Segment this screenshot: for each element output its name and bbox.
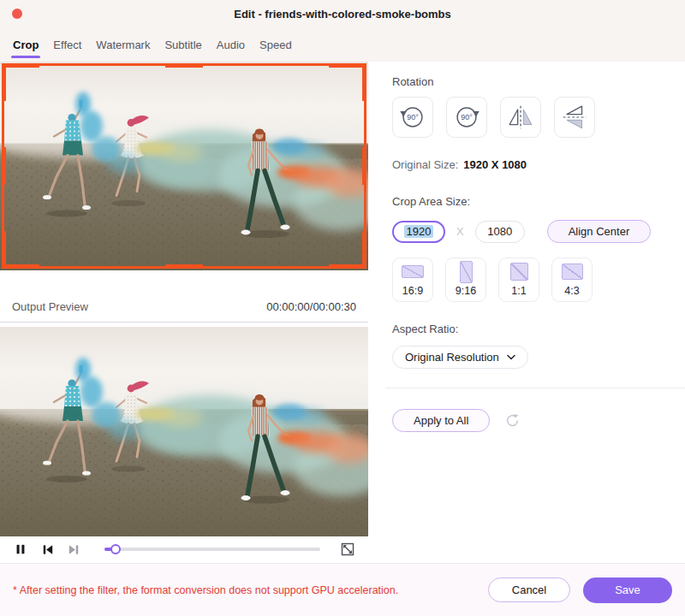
crop-area-size-label: Crop Area Size: (392, 195, 685, 208)
align-center-button[interactable]: Align Center (547, 220, 652, 243)
tab-audio[interactable]: Audio (217, 27, 245, 62)
window-title: Edit - friends-with-colored-smoke-bombs (234, 8, 451, 21)
expand-icon (340, 542, 355, 557)
aspect-ratio-dropdown[interactable]: Original Resolution (392, 346, 528, 369)
rotate-left-button[interactable]: 90° (392, 97, 433, 138)
rotation-label: Rotation (392, 75, 685, 88)
svg-text:90°: 90° (407, 113, 419, 121)
chevron-down-icon (507, 354, 515, 360)
output-preview (0, 327, 368, 536)
step-backward-button[interactable] (38, 541, 57, 558)
crop-handle-bottom-right[interactable] (329, 264, 366, 269)
step-forward-button[interactable] (64, 541, 83, 558)
crop-handle-bottom[interactable] (165, 264, 203, 269)
tab-crop[interactable]: Crop (13, 27, 39, 62)
tab-effect[interactable]: Effect (53, 27, 81, 62)
portrait-ratio-icon (460, 261, 473, 283)
tab-bar: Crop Effect Watermark Subtitle Audio Spe… (0, 27, 685, 62)
crop-height-value: 1080 (487, 225, 512, 238)
crop-preview (0, 62, 368, 270)
flip-vertical-button[interactable] (554, 97, 595, 138)
crop-height-input[interactable]: 1080 (475, 221, 525, 243)
tab-speed[interactable]: Speed (259, 27, 292, 62)
crop-handle-top-right[interactable] (329, 63, 366, 68)
original-size-value: 1920 X 1080 (463, 158, 527, 171)
pause-button[interactable] (11, 541, 30, 558)
aspect-ratio-value: Original Resolution (405, 351, 499, 364)
apply-to-all-button[interactable]: Apply to All (392, 409, 490, 432)
flip-horizontal-button[interactable] (500, 97, 541, 138)
video-frame-illustration (0, 327, 368, 536)
reset-icon (504, 412, 521, 429)
panel-divider (385, 388, 685, 388)
reset-button[interactable] (503, 412, 521, 429)
landscape-ratio-icon (402, 265, 424, 278)
crop-handle-bottom-left[interactable] (2, 264, 39, 269)
step-backward-icon (40, 542, 55, 557)
output-preview-label: Output Preview (12, 300, 88, 313)
rotate-right-icon: 90° (450, 101, 483, 133)
rotate-right-button[interactable]: 90° (446, 97, 487, 138)
preset-16-9-button[interactable]: 16:9 (392, 258, 433, 302)
cancel-button[interactable]: Cancel (488, 578, 570, 602)
crop-handle-left[interactable] (2, 147, 6, 185)
crop-handle-top-right[interactable] (362, 63, 366, 101)
pause-icon (14, 542, 27, 556)
player-controls (0, 536, 368, 562)
gpu-warning-text: * After setting the filter, the format c… (13, 584, 475, 596)
crop-settings-panel: Rotation 90° 90° (368, 62, 685, 563)
crop-handle-bottom-left[interactable] (2, 231, 6, 269)
preset-1-1-button[interactable]: 1:1 (498, 258, 539, 302)
tab-watermark[interactable]: Watermark (96, 27, 150, 62)
standard-ratio-icon (562, 264, 583, 280)
preset-4-3-button[interactable]: 4:3 (551, 258, 593, 302)
step-forward-icon (67, 542, 81, 557)
title-bar: Edit - friends-with-colored-smoke-bombs (0, 0, 685, 27)
crop-handle-right[interactable] (362, 147, 366, 185)
seek-thumb[interactable] (110, 544, 121, 554)
svg-text:90°: 90° (461, 113, 473, 121)
close-icon[interactable] (12, 9, 22, 19)
crop-handle-top[interactable] (165, 63, 203, 68)
size-separator: X (456, 225, 464, 238)
tab-subtitle[interactable]: Subtitle (164, 27, 201, 62)
flip-vertical-icon (558, 101, 591, 133)
crop-handle-top-left[interactable] (2, 63, 39, 68)
rotate-left-icon: 90° (396, 101, 429, 133)
seek-track[interactable] (104, 548, 320, 551)
crop-width-value: 1920 (404, 225, 434, 238)
output-preview-header: Output Preview 00:00:00/00:00:30 (0, 270, 368, 323)
original-size-label: Original Size: (392, 158, 458, 171)
footer-bar: * After setting the filter, the format c… (0, 563, 685, 616)
crop-handle-top-left[interactable] (2, 63, 6, 101)
square-ratio-icon (510, 263, 528, 281)
seek-slider[interactable] (104, 543, 320, 555)
preset-9-16-button[interactable]: 9:16 (445, 258, 486, 302)
aspect-ratio-label: Aspect Ratio: (392, 323, 685, 335)
crop-width-input[interactable]: 1920 (392, 221, 445, 243)
crop-handle-bottom-right[interactable] (362, 231, 366, 269)
flip-horizontal-icon (504, 101, 537, 133)
save-button[interactable]: Save (583, 578, 672, 603)
crop-frame[interactable] (2, 63, 366, 269)
expand-preview-button[interactable] (338, 541, 357, 558)
timecode: 00:00:00/00:00:30 (266, 300, 356, 313)
